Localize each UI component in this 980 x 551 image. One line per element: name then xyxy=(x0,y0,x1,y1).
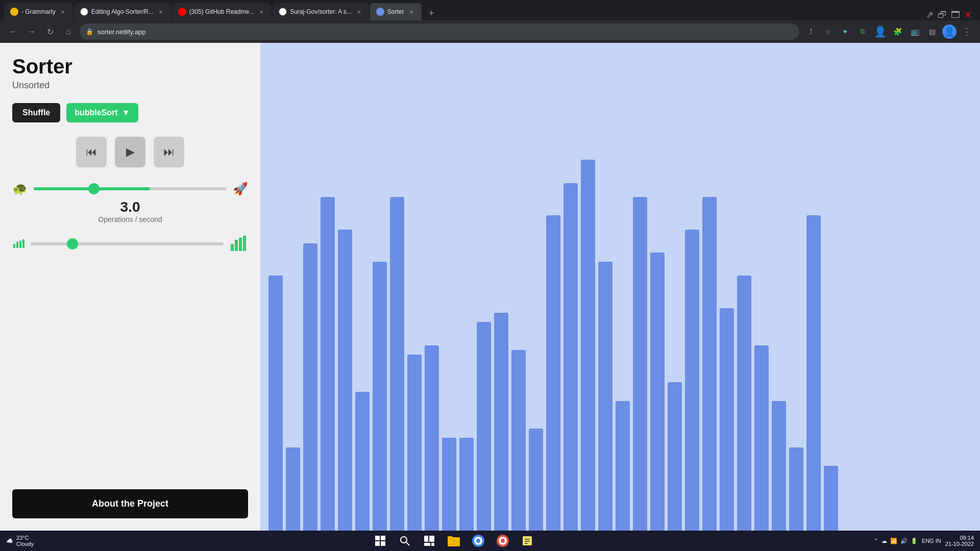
file-explorer-icon[interactable] xyxy=(446,533,462,549)
play-button[interactable]: ▶ xyxy=(115,137,145,167)
speed-value: 3.0 xyxy=(120,199,140,215)
time-display: 09:14 xyxy=(945,535,974,541)
svg-rect-15 xyxy=(429,536,434,542)
split-view-icon[interactable]: ▤ xyxy=(925,24,939,39)
chart-bar xyxy=(702,197,717,531)
browser-toolbar: ← → ↻ ⌂ 🔒 sorter.netlify.app ⤴ ☆ ✦ G 👤 🧩… xyxy=(0,20,980,43)
svg-rect-9 xyxy=(381,536,385,540)
tab-sorter[interactable]: Sorter ✕ xyxy=(370,3,422,20)
tab-sorter-label: Sorter xyxy=(387,8,404,15)
speed-slider-row: 🐢 🚀 xyxy=(12,182,248,196)
address-bar[interactable]: 🔒 sorter.netlify.app xyxy=(80,23,799,40)
svg-point-25 xyxy=(501,539,505,543)
chart-bar xyxy=(772,401,786,531)
home-button[interactable]: ⌂ xyxy=(61,24,76,39)
extensions-icon[interactable]: ✦ xyxy=(838,24,852,39)
back-button[interactable]: ← xyxy=(6,24,20,39)
window-maximize-icon[interactable]: 🗖 xyxy=(951,10,960,20)
window-controls: ⇗ 🗗 🗖 ✕ xyxy=(926,9,976,20)
chart-bar xyxy=(720,308,734,531)
github-favicon xyxy=(80,8,88,16)
svg-rect-1 xyxy=(16,242,18,248)
window-restore-icon[interactable]: 🗗 xyxy=(938,10,947,20)
volume-icon[interactable]: 🔊 xyxy=(900,538,908,544)
next-button[interactable]: ⏭ xyxy=(154,137,184,167)
chart-bar xyxy=(650,253,665,531)
svg-rect-17 xyxy=(431,543,434,546)
weather-icon: ☁️ xyxy=(6,538,13,544)
chrome-taskbar-icon[interactable] xyxy=(470,533,486,549)
windows-start-icon[interactable] xyxy=(372,533,388,549)
prev-button[interactable]: ⏮ xyxy=(76,137,107,167)
chart-bar xyxy=(373,262,387,531)
puzzle-icon[interactable]: 🧩 xyxy=(890,24,904,39)
fast-icon: 🚀 xyxy=(233,182,248,196)
svg-point-12 xyxy=(401,537,407,543)
small-bars-icon xyxy=(12,237,24,251)
window-close-icon[interactable]: ✕ xyxy=(964,9,972,20)
chart-bar xyxy=(321,197,335,531)
tab-github-edit-close[interactable]: ✕ xyxy=(157,8,165,16)
tab-github-edit-label: Editing Algo-Sorter/R... xyxy=(91,8,154,15)
chart-panel xyxy=(260,43,980,531)
new-tab-button[interactable]: + xyxy=(425,6,439,20)
tab-suraj-close[interactable]: ✕ xyxy=(355,8,363,16)
tray-arrow[interactable]: ⌃ xyxy=(874,538,878,544)
svg-rect-6 xyxy=(239,238,242,251)
google-account-icon[interactable]: G xyxy=(855,24,870,39)
svg-rect-14 xyxy=(424,536,428,542)
weather-temp: 23°C xyxy=(16,535,34,541)
youtube-favicon xyxy=(178,8,186,16)
app-subtitle: Unsorted xyxy=(12,80,248,91)
size-slider[interactable] xyxy=(31,242,224,245)
svg-rect-4 xyxy=(231,244,234,251)
tab-github-edit[interactable]: Editing Algo-Sorter/R... ✕ xyxy=(74,3,171,20)
shuffle-button[interactable]: Shuffle xyxy=(12,103,60,122)
speed-slider[interactable] xyxy=(34,187,227,190)
svg-rect-26 xyxy=(523,536,532,545)
size-control xyxy=(12,234,248,254)
chart-bar xyxy=(754,345,769,531)
tab-sorter-close[interactable]: ✕ xyxy=(407,8,415,16)
tab-grammarly-close[interactable]: ✕ xyxy=(59,8,67,16)
cast-icon[interactable]: 📺 xyxy=(908,24,922,39)
share-icon[interactable]: ⤴ xyxy=(803,24,818,39)
taskbar-center xyxy=(38,533,870,549)
dropdown-arrow-icon: ▼ xyxy=(122,108,130,117)
bookmark-icon[interactable]: ☆ xyxy=(821,24,835,39)
tab-suraj[interactable]: Suraj-Gov/sorter: A s... ✕ xyxy=(273,3,369,20)
chrome-alt-icon[interactable] xyxy=(495,533,511,549)
locale-info: ENG IN xyxy=(922,538,941,544)
tab-youtube[interactable]: (305) GitHub Readme... ✕ xyxy=(172,3,272,20)
playback-controls: ⏮ ▶ ⏭ xyxy=(12,137,248,167)
weather-desc: Cloudy xyxy=(16,541,34,547)
tab-suraj-label: Suraj-Gov/sorter: A s... xyxy=(290,8,352,15)
about-project-button[interactable]: About the Project xyxy=(12,489,248,518)
notes-icon[interactable] xyxy=(519,533,535,549)
search-taskbar-icon[interactable] xyxy=(397,533,413,549)
tab-grammarly[interactable]: - Grammarly ✕ xyxy=(4,3,73,20)
forward-button[interactable]: → xyxy=(24,24,39,39)
user-avatar[interactable]: 👤 xyxy=(942,24,957,39)
sort-dropdown[interactable]: bubbleSort ▼ xyxy=(66,103,138,122)
chart-bar xyxy=(355,392,370,531)
chart-bar xyxy=(494,313,508,531)
reload-button[interactable]: ↻ xyxy=(43,24,57,39)
large-bars-icon xyxy=(230,234,248,254)
page-content: Sorter Unsorted Shuffle bubbleSort ▼ ⏮ ▶… xyxy=(0,43,980,531)
tab-youtube-close[interactable]: ✕ xyxy=(257,8,265,16)
chart-bar xyxy=(407,355,422,531)
chart-bar xyxy=(564,183,578,531)
chart-bar xyxy=(425,345,439,531)
profile-switch-icon[interactable]: 👤 xyxy=(873,24,887,39)
chart-bar xyxy=(824,466,838,531)
clock: 09:14 21-10-2022 xyxy=(945,535,974,547)
task-view-icon[interactable] xyxy=(421,533,437,549)
svg-rect-7 xyxy=(243,236,246,251)
window-minimize-icon[interactable]: ⇗ xyxy=(926,9,934,20)
svg-rect-10 xyxy=(375,541,380,546)
speed-label: Operations / second xyxy=(98,215,162,223)
menu-icon[interactable]: ⋮ xyxy=(960,24,974,39)
chart-bar xyxy=(546,215,560,531)
chart-bar xyxy=(529,429,543,531)
